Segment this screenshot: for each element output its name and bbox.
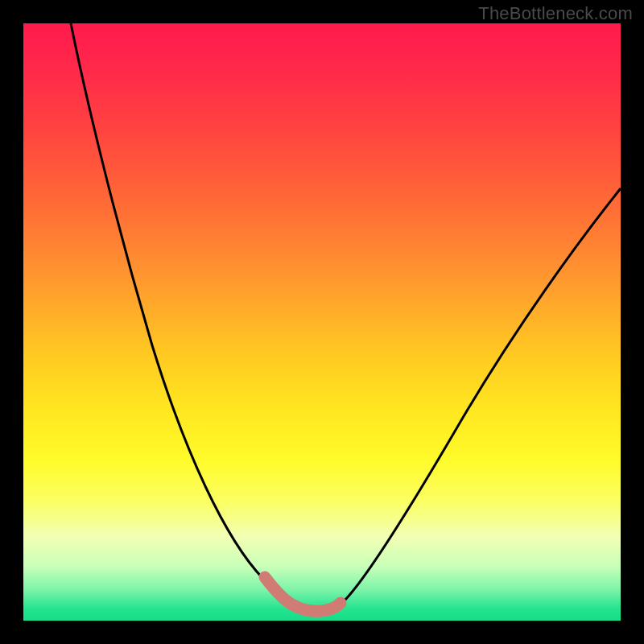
watermark-text: TheBottleneck.com (478, 3, 633, 24)
valley-highlight (260, 572, 346, 611)
bottleneck-curve-svg (23, 23, 621, 621)
svg-point-0 (260, 572, 270, 582)
bottleneck-curve-path (71, 23, 621, 610)
svg-point-2 (335, 597, 346, 609)
outer-frame: TheBottleneck.com (0, 0, 644, 644)
plot-area (23, 23, 621, 621)
svg-point-1 (280, 596, 290, 605)
